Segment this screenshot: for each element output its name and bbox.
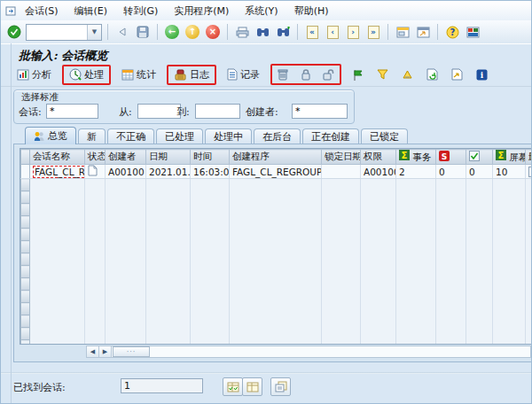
row-selector[interactable] <box>21 328 30 340</box>
lock-session-button[interactable] <box>297 66 315 83</box>
delete-checkbox[interactable] <box>528 167 531 177</box>
tab-locked[interactable]: 已锁定 <box>361 128 408 144</box>
command-dropdown-icon[interactable]: ▼ <box>87 25 101 40</box>
col-authorization[interactable]: 权限 <box>361 150 396 165</box>
release-session-button[interactable] <box>348 66 366 83</box>
cell-screens[interactable]: 10 <box>493 165 526 179</box>
cell-status[interactable] <box>85 165 106 179</box>
statistics-button[interactable]: 统计 <box>118 66 160 83</box>
save-button[interactable] <box>134 23 152 41</box>
col-creator[interactable]: 创建者 <box>106 150 146 165</box>
col-program[interactable]: 创建程序 <box>230 150 322 165</box>
cell-delete[interactable] <box>526 165 532 179</box>
previous-page-button[interactable]: ‹ <box>324 23 341 41</box>
sort-button[interactable] <box>398 66 416 83</box>
cell-lock-date[interactable] <box>322 165 361 179</box>
row-selector[interactable] <box>21 303 30 315</box>
row-selector[interactable] <box>21 165 30 179</box>
col-time[interactable]: 时间 <box>191 150 230 165</box>
creator-filter-input[interactable] <box>292 104 348 119</box>
cell-authorization[interactable]: A00100 <box>361 165 396 179</box>
process-button[interactable]: 处理 <box>66 66 107 83</box>
help-button[interactable]: ? <box>443 23 461 41</box>
row-selector[interactable] <box>21 253 30 266</box>
menu-system[interactable]: 系统(Y) <box>237 3 286 19</box>
command-field[interactable]: ▼ <box>26 24 102 41</box>
menu-utilities[interactable]: 实用程序(M) <box>166 3 237 19</box>
find-button[interactable] <box>254 23 271 41</box>
tab-in-background[interactable]: 在后台 <box>254 128 301 144</box>
back-button[interactable] <box>113 23 131 41</box>
cell-date[interactable]: 2021.01.13 <box>146 165 191 179</box>
col-transactions[interactable]: Σ 事务 <box>396 150 436 165</box>
choose-layout-button[interactable] <box>448 66 466 83</box>
cell-program[interactable]: FAGL_CL_REGROUP <box>230 165 322 179</box>
deselect-all-sessions-button[interactable] <box>242 377 262 396</box>
row-selector[interactable] <box>21 278 30 291</box>
row-selector[interactable] <box>21 291 30 303</box>
menu-help[interactable]: 帮助(H) <box>286 3 337 19</box>
col-date[interactable]: 日期 <box>146 150 191 165</box>
find-next-button[interactable] <box>274 23 292 41</box>
select-all-sessions-button[interactable] <box>223 377 243 396</box>
recording-button[interactable]: 记录 <box>223 66 263 83</box>
row-selector[interactable] <box>21 204 30 216</box>
cell-error-transactions[interactable]: 0 <box>436 165 466 179</box>
menu-edit[interactable]: 编辑(E) <box>66 3 116 19</box>
menu-session[interactable]: 会话(S) <box>17 3 66 19</box>
tab-processed[interactable]: 已处理 <box>156 128 203 144</box>
col-screens[interactable]: Σ 屏幕 <box>493 150 526 165</box>
col-error-transactions[interactable]: S <box>436 150 466 165</box>
col-completed-transactions[interactable] <box>466 150 493 165</box>
filter-button[interactable] <box>373 66 391 83</box>
session-filter-input[interactable] <box>46 104 98 119</box>
create-shortcut-button[interactable] <box>414 23 432 41</box>
cell-completed-transactions[interactable]: 0 <box>466 165 493 179</box>
back-nav-button[interactable]: ← <box>163 23 181 41</box>
print-button[interactable] <box>233 23 251 41</box>
tab-being-created[interactable]: 正在创建 <box>302 128 359 144</box>
row-selector[interactable] <box>21 229 30 241</box>
from-date-input[interactable] <box>137 104 181 119</box>
menu-goto[interactable]: 转到(G) <box>115 3 166 19</box>
row-selector[interactable] <box>21 315 30 328</box>
customize-layout-button[interactable] <box>464 23 481 41</box>
command-input[interactable] <box>27 25 87 40</box>
new-session-button[interactable] <box>394 23 411 41</box>
scroll-left-button[interactable]: ◀ <box>87 346 99 357</box>
row-selector[interactable] <box>21 191 30 204</box>
row-selector[interactable] <box>21 216 30 229</box>
tab-incorrect[interactable]: 不正确 <box>107 128 154 144</box>
tab-in-process[interactable]: 处理中 <box>205 128 252 144</box>
row-selector[interactable] <box>21 340 30 346</box>
log-button[interactable]: 日志 <box>170 66 213 83</box>
refresh-button[interactable] <box>423 66 441 83</box>
cell-transactions[interactable]: 2 <box>396 165 436 179</box>
col-session-name[interactable]: 会话名称 <box>30 150 85 165</box>
exit-button[interactable]: ↑ <box>184 23 201 41</box>
first-page-button[interactable]: « <box>303 23 321 41</box>
row-selector[interactable] <box>21 241 30 253</box>
tab-new[interactable]: 新 <box>78 128 106 144</box>
select-all-rows-header[interactable] <box>21 150 30 165</box>
row-selector[interactable] <box>21 266 30 278</box>
analyze-button[interactable]: 分析 <box>13 66 55 83</box>
enter-button[interactable] <box>5 23 23 41</box>
cell-time[interactable]: 16:03:03 <box>191 165 230 179</box>
row-selector[interactable] <box>21 179 30 191</box>
col-status[interactable]: 状态 <box>85 150 106 165</box>
copy-session-list-button[interactable] <box>270 377 291 396</box>
system-menu-icon[interactable] <box>5 5 17 16</box>
cell-session-name[interactable]: FAGL_CL_REGR <box>30 165 85 179</box>
next-page-button[interactable]: › <box>344 23 362 41</box>
unlock-session-button[interactable] <box>320 66 338 83</box>
info-button[interactable]: i <box>473 66 490 83</box>
cell-creator[interactable]: A00100 <box>106 165 146 179</box>
tab-overview[interactable]: 总览 <box>25 127 76 144</box>
col-delete[interactable]: 删. <box>526 150 532 165</box>
to-date-input[interactable] <box>195 104 240 119</box>
scroll-right-button[interactable]: ▶ <box>99 346 112 357</box>
cancel-button[interactable]: × <box>204 23 222 41</box>
last-page-button[interactable]: » <box>364 23 382 41</box>
scrollbar-thumb[interactable]: ··· <box>113 346 150 357</box>
